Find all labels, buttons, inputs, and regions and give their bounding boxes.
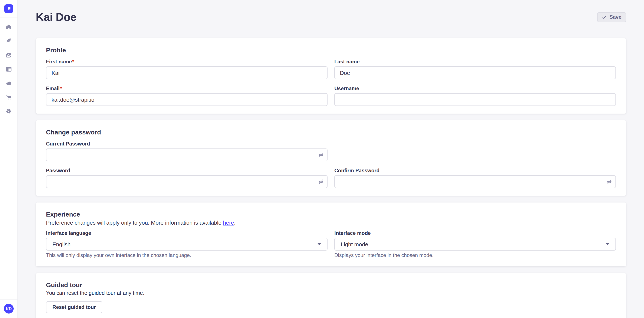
guided-tour-heading: Guided tour xyxy=(46,281,616,289)
confirm-password-label: Confirm Password xyxy=(334,168,616,173)
required-mark: * xyxy=(60,86,62,91)
check-icon xyxy=(602,15,606,19)
chevron-down-icon xyxy=(317,243,321,245)
more-information-link[interactable]: here xyxy=(223,219,234,226)
experience-subtitle: Preference changes will apply only to yo… xyxy=(46,219,616,226)
last-name-input[interactable] xyxy=(334,66,616,79)
sidebar-item-marketplace[interactable] xyxy=(4,92,14,102)
save-button[interactable]: Save xyxy=(597,12,626,22)
email-label: Email* xyxy=(46,86,328,91)
strapi-logo-icon xyxy=(4,4,13,13)
page-title: Kai Doe xyxy=(36,10,76,24)
toggle-confirm-password-visibility-button[interactable] xyxy=(604,176,614,187)
first-name-label: First name* xyxy=(46,59,328,65)
user-avatar[interactable]: KD xyxy=(4,304,14,313)
required-mark: * xyxy=(72,59,74,65)
interface-language-value: English xyxy=(52,241,70,247)
sidebar-logo-link[interactable] xyxy=(0,0,18,17)
email-field-group: Email* xyxy=(46,86,328,106)
experience-heading: Experience xyxy=(46,210,616,218)
new-password-input[interactable] xyxy=(46,175,328,188)
eye-off-icon xyxy=(606,179,612,184)
sidebar-item-content-manager[interactable] xyxy=(4,36,14,46)
chevron-down-icon xyxy=(606,243,610,245)
current-password-field-group: Current Password xyxy=(46,141,328,161)
cloud-icon xyxy=(6,80,12,86)
sidebar-item-content-type-builder[interactable] xyxy=(4,64,14,74)
feather-icon xyxy=(6,38,12,44)
sidebar-item-deploy[interactable] xyxy=(4,78,14,88)
media-library-icon xyxy=(6,52,12,58)
username-field-group: Username xyxy=(334,86,616,106)
email-input[interactable] xyxy=(46,93,328,106)
new-password-field-group: Password xyxy=(46,168,328,188)
gear-icon xyxy=(6,108,12,114)
last-name-field-group: Last name xyxy=(334,59,616,79)
first-name-field-group: First name* xyxy=(46,59,328,79)
change-password-heading: Change password xyxy=(46,128,616,136)
interface-mode-label: Interface mode xyxy=(334,231,616,236)
interface-language-label: Interface language xyxy=(46,231,328,236)
cart-icon xyxy=(6,94,12,100)
interface-mode-select[interactable]: Light mode xyxy=(334,238,616,251)
profile-heading: Profile xyxy=(46,46,616,54)
sidebar-item-media-library[interactable] xyxy=(4,50,14,60)
toggle-new-password-visibility-button[interactable] xyxy=(316,176,326,187)
home-icon xyxy=(6,24,12,30)
eye-off-icon xyxy=(318,179,324,184)
app-viewport: KD Kai Doe Save Profile First name* xyxy=(0,0,644,318)
guided-tour-card: Guided tour You can reset the guided tou… xyxy=(36,273,626,318)
sidebar-nav xyxy=(0,17,18,116)
layout-icon xyxy=(6,66,12,72)
sidebar: KD xyxy=(0,0,18,318)
confirm-password-field-group: Confirm Password xyxy=(334,168,616,188)
page-header: Kai Doe Save xyxy=(36,0,626,24)
experience-card: Experience Preference changes will apply… xyxy=(36,202,626,266)
change-password-card: Change password Current Password xyxy=(36,120,626,196)
current-password-input[interactable] xyxy=(46,149,328,161)
profile-card: Profile First name* Last name Email* xyxy=(36,38,626,114)
interface-language-hint: This will only display your own interfac… xyxy=(46,252,328,259)
interface-mode-field-group: Interface mode Light mode Displays your … xyxy=(334,231,616,259)
reset-guided-tour-button[interactable]: Reset guided tour xyxy=(46,301,102,313)
new-password-label: Password xyxy=(46,168,328,173)
eye-off-icon xyxy=(318,152,324,158)
first-name-input[interactable] xyxy=(46,66,328,79)
sidebar-item-home[interactable] xyxy=(4,22,14,32)
interface-language-field-group: Interface language English This will onl… xyxy=(46,231,328,259)
sidebar-item-settings[interactable] xyxy=(4,106,14,116)
save-button-label: Save xyxy=(610,14,622,20)
sidebar-footer: KD xyxy=(0,299,18,318)
confirm-password-input[interactable] xyxy=(334,175,616,188)
toggle-current-password-visibility-button[interactable] xyxy=(316,150,326,160)
last-name-label: Last name xyxy=(334,59,616,65)
interface-mode-value: Light mode xyxy=(341,241,368,247)
interface-language-select[interactable]: English xyxy=(46,238,328,251)
guided-tour-description: You can reset the guided tour at any tim… xyxy=(46,290,616,297)
current-password-label: Current Password xyxy=(46,141,328,147)
username-input[interactable] xyxy=(334,93,616,106)
main-content: Kai Doe Save Profile First name* xyxy=(18,0,644,318)
username-label: Username xyxy=(334,86,616,91)
interface-mode-hint: Displays your interface in the chosen mo… xyxy=(334,252,616,259)
